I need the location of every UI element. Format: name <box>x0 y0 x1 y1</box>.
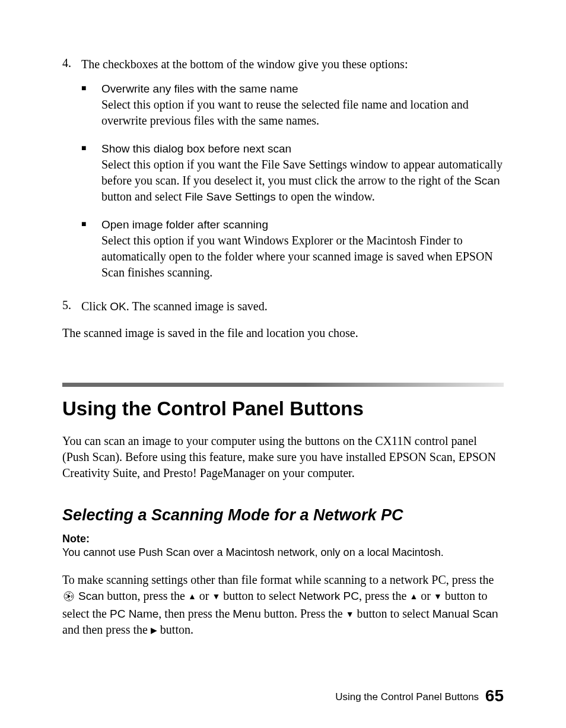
option-desc-part: button and select <box>101 190 185 203</box>
footer-text: Using the Control Panel Buttons <box>335 691 479 702</box>
ui-label-scan: Scan <box>474 174 500 187</box>
down-arrow-icon: ▼ <box>434 592 442 601</box>
square-bullet-icon: ■ <box>81 217 101 281</box>
text: or <box>418 589 434 602</box>
ui-label-manual-scan: Manual Scan <box>433 608 498 620</box>
bullet-item: ■ Open image folder after scanning Selec… <box>81 217 504 281</box>
ui-label-menu: Menu <box>233 608 261 620</box>
option-title: Open image folder after scanning <box>101 218 268 231</box>
page-footer: Using the Control Panel Buttons 65 <box>335 686 504 705</box>
text: button, press the <box>104 589 188 602</box>
network-instructions: To make scanning settings other than fil… <box>62 572 504 638</box>
square-bullet-icon: ■ <box>81 141 101 205</box>
ui-label-ok: OK <box>110 300 126 313</box>
text: and then press the <box>62 623 151 636</box>
step-5: 5. Click OK. The scanned image is saved. <box>62 298 504 314</box>
square-bullet-icon: ■ <box>81 81 101 129</box>
note-body: You cannot use Push Scan over a Macintos… <box>62 546 504 559</box>
text: button. Press the <box>261 607 346 620</box>
option-desc-part: Select this option if you want the File … <box>101 158 503 187</box>
step-body: Click OK. The scanned image is saved. <box>81 298 504 314</box>
page: 4. The checkboxes at the bottom of the w… <box>0 0 566 728</box>
section-intro: You can scan an image to your computer u… <box>62 433 504 481</box>
bullet-body: Overwrite any files with the same name S… <box>101 81 504 129</box>
bullet-item: ■ Overwrite any files with the same name… <box>81 81 504 129</box>
right-arrow-icon: ▶ <box>151 626 157 635</box>
step-intro: The checkboxes at the bottom of the wind… <box>81 58 408 71</box>
bullet-item: ■ Show this dialog box before next scan … <box>81 141 504 205</box>
section-heading: Using the Control Panel Buttons <box>62 398 504 420</box>
bullet-body: Open image folder after scanning Select … <box>101 217 504 281</box>
option-desc: Select this option if you want to reuse … <box>101 98 469 127</box>
text: Click <box>81 300 110 313</box>
option-desc: Select this option if you want Windows E… <box>101 234 493 279</box>
option-desc-part: to open the window. <box>276 190 375 203</box>
step-number: 5. <box>62 298 81 314</box>
note-label: Note: <box>62 533 504 545</box>
text: , then press the <box>158 607 233 620</box>
text: To make scanning settings other than fil… <box>62 573 494 586</box>
step-body: The checkboxes at the bottom of the wind… <box>81 56 504 293</box>
up-arrow-icon: ▲ <box>409 592 418 601</box>
subsection-heading: Selecting a Scanning Mode for a Network … <box>62 506 504 524</box>
step-4: 4. The checkboxes at the bottom of the w… <box>62 56 504 293</box>
bullet-list: ■ Overwrite any files with the same name… <box>81 81 504 281</box>
text: button. <box>157 623 193 636</box>
text: button to select <box>354 607 432 620</box>
text: button to select <box>220 589 298 602</box>
closing-paragraph: The scanned image is saved in the file a… <box>62 325 504 341</box>
text: or <box>196 589 212 602</box>
option-title: Show this dialog box before next scan <box>101 142 291 155</box>
scan-button-icon <box>63 590 74 606</box>
section-divider <box>62 383 504 387</box>
bullet-body: Show this dialog box before next scan Se… <box>101 141 504 205</box>
text: , press the <box>359 589 410 602</box>
step-number: 4. <box>62 56 81 293</box>
down-arrow-icon: ▼ <box>346 610 354 619</box>
option-title: Overwrite any files with the same name <box>101 82 298 95</box>
ui-label-pc-name: PC Name <box>110 608 158 620</box>
ui-label-scan: Scan <box>78 590 104 602</box>
text: . The scanned image is saved. <box>126 300 268 313</box>
ui-label-file-save-settings: File Save Settings <box>185 190 276 203</box>
up-arrow-icon: ▲ <box>188 592 196 601</box>
page-number: 65 <box>485 686 504 705</box>
ui-label-network-pc: Network PC <box>299 590 359 602</box>
down-arrow-icon: ▼ <box>212 592 221 601</box>
